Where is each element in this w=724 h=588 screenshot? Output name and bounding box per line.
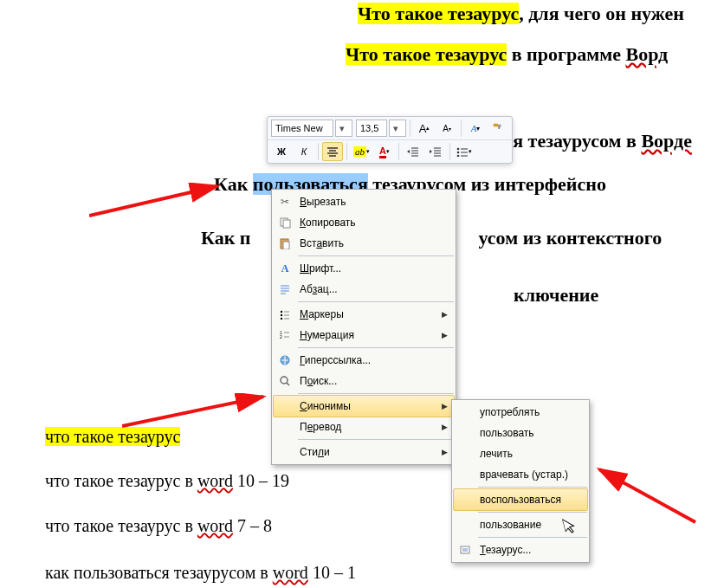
shrink-font-button[interactable]: A▾ bbox=[436, 119, 457, 138]
increase-indent-button[interactable] bbox=[425, 142, 446, 161]
font-size-box[interactable]: 13,5 bbox=[356, 120, 387, 137]
svg-point-2 bbox=[457, 155, 460, 157]
svg-rect-4 bbox=[283, 220, 290, 228]
body-line-3: что такое тезаурус в word 7 – 8 bbox=[45, 514, 272, 537]
link-icon bbox=[274, 354, 296, 366]
ctx-paste[interactable]: Вставить bbox=[274, 233, 454, 254]
body-line-4: как пользоваться тезаурусом в word 10 – … bbox=[45, 561, 356, 584]
mini-toolbar: Times New▾ 13,5▾ A▴ A▾ A▾ Ж К ab▾ A▾ ▾ bbox=[267, 116, 513, 164]
bullets-icon bbox=[274, 309, 296, 320]
syn-option-3[interactable]: лечить bbox=[454, 443, 587, 464]
ctx-cut[interactable]: ✂Вырезать bbox=[274, 191, 454, 212]
syn-thesaurus[interactable]: Тезаурус... bbox=[454, 540, 587, 560]
find-icon bbox=[274, 375, 296, 387]
syn-option-1[interactable]: употреблять bbox=[454, 402, 587, 423]
arrow-annotation-2 bbox=[122, 393, 269, 428]
syn-option-6[interactable]: пользование bbox=[454, 514, 587, 535]
svg-point-8 bbox=[281, 314, 282, 316]
svg-point-13 bbox=[281, 377, 288, 384]
ctx-cut-label: ырезать bbox=[307, 196, 346, 208]
syn-option-4[interactable]: врачевать (устар.) bbox=[454, 464, 587, 485]
body-line-1: что такое тезаурус bbox=[45, 425, 180, 448]
thesaurus-icon bbox=[454, 544, 476, 556]
svg-text:2: 2 bbox=[280, 334, 282, 339]
italic-button[interactable]: К bbox=[294, 142, 314, 161]
syn-option-5[interactable]: воспользоваться bbox=[453, 488, 588, 511]
grow-font-button[interactable]: A▴ bbox=[414, 119, 435, 138]
ctx-paragraph[interactable]: Абзац... bbox=[274, 279, 454, 300]
svg-point-1 bbox=[457, 152, 460, 154]
font-icon: A bbox=[274, 262, 296, 275]
bullets-button[interactable]: ▾ bbox=[454, 142, 475, 161]
ctx-translate[interactable]: Перевод▶ bbox=[274, 417, 454, 437]
ctx-font[interactable]: AШрифт... bbox=[274, 258, 454, 279]
font-name-box[interactable]: Times New bbox=[271, 120, 333, 137]
svg-line-17 bbox=[599, 469, 695, 522]
svg-point-0 bbox=[457, 148, 460, 151]
format-painter-button[interactable] bbox=[488, 119, 508, 138]
font-color-button[interactable]: A▾ bbox=[374, 142, 395, 161]
font-size-dd[interactable]: ▾ bbox=[389, 120, 406, 137]
svg-point-7 bbox=[281, 311, 282, 313]
arrow-annotation-1 bbox=[89, 183, 223, 217]
cut-icon: ✂ bbox=[274, 196, 296, 208]
bold-button[interactable]: Ж bbox=[271, 142, 292, 161]
align-center-button[interactable] bbox=[322, 142, 343, 161]
svg-rect-6 bbox=[283, 242, 289, 249]
ctx-hyperlink[interactable]: Гиперссылка... bbox=[274, 350, 454, 371]
heading-1: Что такое тезаурус, для чего он нужен bbox=[358, 2, 684, 27]
numbering-icon: 12 bbox=[274, 330, 296, 340]
svg-rect-14 bbox=[461, 546, 469, 553]
decrease-indent-button[interactable] bbox=[403, 142, 423, 161]
ctx-bullets[interactable]: Маркеры▶ bbox=[274, 304, 454, 325]
ctx-find[interactable]: Поиск... bbox=[274, 371, 454, 391]
ctx-copy[interactable]: Копировать bbox=[274, 212, 454, 233]
context-menu: ✂Вырезать Копировать Вставить AШрифт... … bbox=[271, 189, 456, 465]
heading-3-tail: ться тезаурусом в Ворде bbox=[485, 129, 692, 154]
synonyms-submenu: употреблять пользовать лечить врачевать … bbox=[451, 399, 590, 563]
heading-6: ключение bbox=[514, 283, 598, 308]
ctx-synonyms[interactable]: Синонимы▶ bbox=[273, 395, 455, 417]
copy-icon bbox=[274, 216, 296, 229]
svg-point-9 bbox=[281, 318, 282, 320]
syn-option-2[interactable]: пользовать bbox=[454, 423, 587, 443]
ctx-styles[interactable]: Стили▶ bbox=[274, 442, 454, 462]
styles-button[interactable]: A▾ bbox=[465, 119, 486, 138]
svg-line-15 bbox=[89, 186, 217, 216]
arrow-annotation-3 bbox=[596, 466, 700, 527]
ctx-numbering[interactable]: 12Нумерация▶ bbox=[274, 325, 454, 346]
svg-line-16 bbox=[122, 397, 263, 426]
heading-2: Что такое тезаурус в программе Ворд bbox=[346, 42, 668, 68]
paragraph-icon bbox=[274, 284, 296, 294]
highlight-button[interactable]: ab▾ bbox=[351, 142, 372, 161]
body-line-2: что такое тезаурус в word 10 – 19 bbox=[45, 469, 289, 492]
paste-icon bbox=[274, 237, 296, 249]
font-name-dd[interactable]: ▾ bbox=[335, 120, 352, 137]
